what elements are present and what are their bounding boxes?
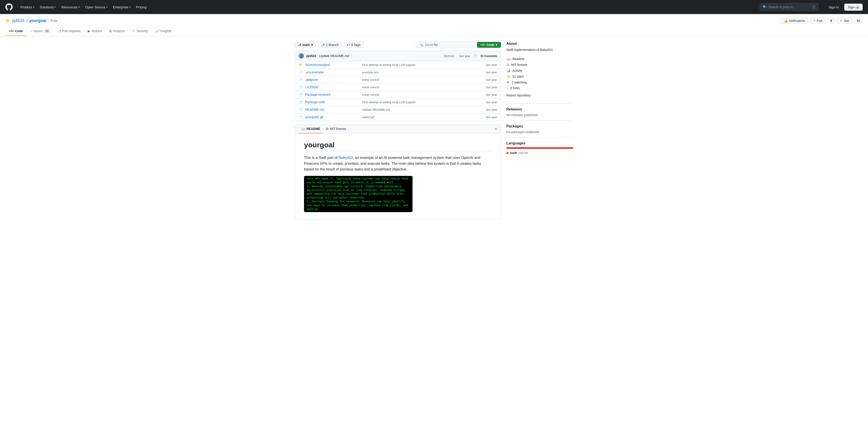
about-description: Swift implementation of BabyAGI: [506, 48, 573, 52]
notifications-button[interactable]: 🔔 Notifications: [781, 18, 809, 24]
tab-code[interactable]: </> Code: [5, 27, 26, 36]
file-time: last year: [479, 101, 497, 104]
repo-separator: /: [26, 18, 27, 23]
chevron-down-icon: ▾: [79, 6, 80, 9]
file-name-link[interactable]: .gitignore: [305, 78, 360, 82]
signin-button[interactable]: Sign in: [826, 4, 842, 10]
tab-issues[interactable]: ○ Issues 14: [26, 27, 54, 36]
repo-actions: 🔔 Notifications ⑂ Fork 9 ☆ Star 51: [781, 18, 863, 24]
file-time: last year: [479, 63, 497, 66]
book-icon: 📖: [301, 127, 305, 131]
branch-bar-left: ⎇ main ▾ ⎇ 1 Branch 🏷 0 Tags: [295, 41, 364, 48]
code-dropdown-button[interactable]: </> Code ▾: [477, 42, 501, 48]
search-shortcut: /: [812, 5, 815, 9]
repo-main: ⎇ main ▾ ⎇ 1 Branch 🏷 0 Tags 🔍 Go to fil…: [295, 41, 501, 220]
file-commit-msg: Initial commit: [362, 86, 476, 89]
star-count: 51: [855, 18, 863, 24]
stars-link[interactable]: ⭐ 51 stars: [506, 74, 573, 80]
nav-product[interactable]: Product ▾: [18, 3, 37, 11]
file-row: 📁 Sources/yourgoal First attempt at addi…: [295, 61, 501, 68]
nav-pricing[interactable]: Pricing: [134, 3, 149, 11]
tab-actions[interactable]: ▶ Actions: [84, 27, 105, 36]
babyagi-link[interactable]: BabyAGI: [339, 156, 353, 160]
graph-icon: 📈: [155, 29, 159, 33]
file-time: last year: [479, 108, 497, 111]
repo-owner-link[interactable]: pj4533: [12, 18, 24, 23]
languages-section: Languages Swift 100.0%: [506, 141, 573, 154]
releases-section: Releases No releases published: [506, 107, 573, 117]
nav-open-source[interactable]: Open Source ▾: [83, 3, 110, 11]
branches-link[interactable]: ⎇ 1 Branch: [318, 41, 342, 48]
report-repository-link[interactable]: Report repository: [506, 92, 573, 98]
tab-readme[interactable]: 📖 README: [299, 125, 323, 133]
github-logo[interactable]: [5, 3, 13, 11]
star-button[interactable]: ☆ Star: [836, 18, 852, 24]
tab-security[interactable]: 🛡 Security: [128, 27, 152, 36]
tab-mit-license[interactable]: ⚖ MIT license: [323, 125, 349, 133]
file-row: 📄 .gitignore Initial commit last year: [295, 76, 501, 84]
search-bar[interactable]: 🔍 /: [760, 3, 818, 11]
file-name-link[interactable]: README.md: [305, 108, 360, 111]
tab-insights[interactable]: 📈 Insights: [152, 27, 175, 36]
file-name-link[interactable]: Sources/yourgoal: [305, 63, 360, 66]
signup-button[interactable]: Sign up: [844, 4, 863, 11]
file-row: 📄 README.md Update README.md last year: [295, 106, 501, 113]
releases-empty: No releases published: [506, 113, 573, 117]
file-name-link[interactable]: Package.swift: [305, 100, 360, 104]
readme-body: yourgoal This is a Swift port of BabyAGI…: [295, 134, 501, 219]
branch-selector[interactable]: ⎇ main ▾: [295, 41, 316, 48]
file-commit-msg: First attempt at adding local LLM suppor…: [362, 101, 476, 104]
chevron-down-icon: ▾: [311, 43, 313, 47]
commit-hash[interactable]: 38cfca3: [444, 54, 454, 58]
nav-solutions[interactable]: Solutions ▾: [37, 3, 58, 11]
main-content: ⎇ main ▾ ⎇ 1 Branch 🏷 0 Tags 🔍 Go to fil…: [289, 36, 579, 225]
watching-link[interactable]: 👁 2 watching: [506, 80, 573, 85]
nav-enterprise[interactable]: Enterprise ▾: [111, 3, 133, 11]
language-item: Swift 100.0%: [506, 151, 573, 154]
license-link[interactable]: ⚖ MIT license: [506, 62, 573, 68]
file-commit-msg: Update README.md: [362, 108, 476, 111]
readme-menu-icon[interactable]: ≡: [495, 127, 497, 131]
play-icon: ▶: [88, 29, 90, 33]
star-icon: ☆: [840, 19, 842, 22]
shield-icon: 🛡: [132, 29, 135, 33]
file-commit-msg: Initial commit: [362, 78, 476, 82]
repo-name-link[interactable]: yourgoal: [29, 18, 46, 23]
tab-projects[interactable]: ⊞ Projects: [105, 27, 128, 36]
file-icon: 📄: [299, 115, 303, 119]
repo-visibility-badge: Public: [48, 19, 61, 23]
readme-tabs: 📖 README ⚖ MIT license ≡: [295, 125, 501, 134]
activity-link[interactable]: 📊 Activity: [506, 68, 573, 74]
readme-description: This is a Swift port of BabyAGI, an exam…: [304, 155, 492, 172]
tags-link[interactable]: 🏷 0 Tags: [344, 41, 364, 48]
chevron-down-icon: ▾: [496, 43, 497, 47]
code-icon: </>: [480, 43, 485, 47]
commit-author[interactable]: pj4533: [306, 54, 316, 58]
file-name-link[interactable]: yourgoal1.gif: [305, 115, 360, 119]
nav-resources[interactable]: Resources ▾: [59, 3, 82, 11]
search-input[interactable]: [768, 5, 810, 9]
file-icon: 📄: [299, 100, 303, 104]
about-title: About: [506, 41, 573, 46]
readme-link[interactable]: 📖 Readme: [506, 56, 573, 62]
file-name-link[interactable]: .env.example: [305, 70, 360, 74]
tab-pull-requests[interactable]: ⎇ Pull requests: [54, 27, 84, 36]
folder-icon: 📁: [299, 63, 303, 66]
commit-info-row: 👤 pj4533 Update README.md 38cfca3 · last…: [295, 51, 501, 61]
file-row: 📄 Package.swift First attempt at adding …: [295, 98, 501, 106]
balance-icon: ⚖: [326, 127, 329, 131]
file-name-link[interactable]: Package.resolved: [305, 93, 360, 96]
file-row: 📄 .env.example example env last year: [295, 68, 501, 76]
sidebar-divider-3: [506, 137, 573, 138]
file-table: 👤 pj4533 Update README.md 38cfca3 · last…: [295, 51, 501, 121]
repo-icon: 📁: [5, 18, 10, 23]
file-name-link[interactable]: LICENSE: [305, 85, 360, 89]
branch-icon: ⎇: [298, 43, 301, 47]
commits-link[interactable]: 31 Commits: [480, 54, 497, 58]
go-to-file[interactable]: 🔍 Go to file: [416, 41, 475, 48]
repo-sidebar: About Swift implementation of BabyAGI 📖 …: [506, 41, 573, 220]
fork-button[interactable]: ⑂ Fork: [810, 18, 826, 24]
file-icon: 📄: [299, 108, 303, 111]
forks-link[interactable]: ⑂ 9 forks: [506, 85, 573, 91]
search-icon: 🔍: [763, 5, 767, 9]
